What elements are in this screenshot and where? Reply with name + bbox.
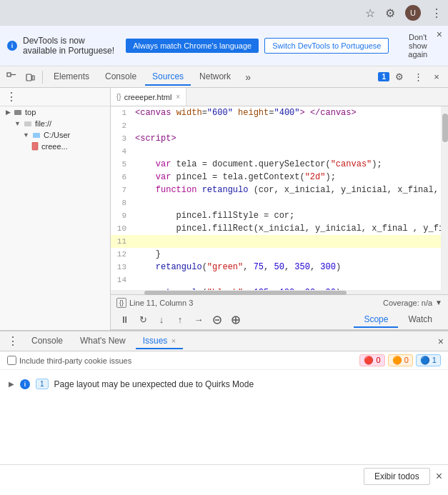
bottom-bar-close-icon[interactable]: × <box>436 470 442 483</box>
line-content: var tela = document.querySelector("canva… <box>132 158 382 171</box>
tree-label-file: file:// <box>35 119 51 128</box>
inspect-icon[interactable] <box>3 69 20 86</box>
devtools-close-icon[interactable]: × <box>428 69 445 86</box>
filter-checkbox-label[interactable]: Include third-party cookie issues <box>7 356 131 365</box>
filetree-more-icon[interactable]: ⋮ <box>3 89 20 106</box>
notification-text: DevTools is now available in Portuguese! <box>23 36 120 56</box>
devtools-menu-icon[interactable]: ⋮ <box>409 69 427 86</box>
breakpoint-button[interactable] <box>228 312 244 328</box>
code-scrollbar-thumb[interactable] <box>144 291 347 295</box>
svg-rect-3 <box>32 76 34 80</box>
debug-scope-watch-tabs: Scope Watch <box>354 312 442 328</box>
issue-row[interactable]: ▶ i 1 Page layout may be unexpected due … <box>0 374 448 394</box>
debug-watch-tab[interactable]: Watch <box>398 312 442 328</box>
code-line: 4 <box>111 145 441 158</box>
line-content: <canvas width="600" height="400"> </canv… <box>132 106 357 119</box>
notification-close-icon[interactable]: × <box>437 29 442 40</box>
step-out-button[interactable]: ↑ <box>172 312 188 328</box>
code-line: 12 } <box>111 248 441 261</box>
match-language-button[interactable]: Always match Chrome's language <box>126 39 259 53</box>
code-horizontal-scrollbar[interactable] <box>111 290 448 294</box>
console-tab-issues[interactable]: Issues × <box>136 334 183 349</box>
tree-item-top[interactable]: ▶ top <box>0 106 110 118</box>
code-line: 8 <box>111 196 441 209</box>
console-toolbar: ⋮ Console What's New Issues × × <box>0 331 448 351</box>
line-content: } <box>132 248 161 261</box>
coverage-dropdown[interactable]: ▼ <box>435 299 442 306</box>
folder-icon-top <box>14 108 22 116</box>
filter-checkbox[interactable] <box>7 356 16 365</box>
tab-network[interactable]: Network <box>192 69 238 86</box>
code-line: 1<canvas width="600" height="400"> </can… <box>111 106 441 119</box>
code-vertical-scrollbar[interactable] <box>441 106 448 290</box>
svg-rect-4 <box>14 110 21 115</box>
tab-console[interactable]: Console <box>98 69 144 86</box>
info-icon: i <box>7 41 17 51</box>
debug-toolbar: ⏸ ↻ ↓ ↑ → Scope Watch <box>111 310 448 330</box>
settings-icon[interactable]: ⚙ <box>391 69 408 86</box>
code-tab-html[interactable]: {} creeeper.html × <box>111 88 186 106</box>
tab-elements[interactable]: Elements <box>46 69 96 86</box>
line-content: pincel.fillRect(x_inicial, y_inicial, x_… <box>132 222 441 235</box>
line-content: pincel.fillStyle = cor; <box>132 209 294 222</box>
issue-badge: 1 <box>378 72 389 81</box>
bottom-bar: Exibir todos × <box>0 464 448 488</box>
debug-scope-tab[interactable]: Scope <box>354 312 398 328</box>
chrome-menu-icon[interactable]: ⋮ <box>431 6 442 20</box>
tree-item-cuser[interactable]: ▼ C:/User <box>0 129 110 141</box>
issues-content: ▶ i 1 Page layout may be unexpected due … <box>0 370 448 464</box>
step-into-button[interactable]: ↓ <box>154 312 169 328</box>
tab-sources[interactable]: Sources <box>145 69 191 86</box>
issues-badges: 🔴 0 🟠 0 🔵 1 <box>359 354 441 366</box>
tree-arrow-top: ▶ <box>6 109 11 116</box>
exibir-todos-button[interactable]: Exibir todos <box>364 468 430 485</box>
tree-item-file[interactable]: ▼ file:// <box>0 118 110 129</box>
console-tab-whatsnew[interactable]: What's New <box>73 334 133 349</box>
code-panel: {} creeeper.html × 1<canvas width="600" … <box>111 88 448 330</box>
code-line: 7 function retangulo (cor, x_inicial, y_… <box>111 184 441 196</box>
badge-orange: 🟠 0 <box>388 354 413 366</box>
extensions-icon[interactable]: ⚙ <box>385 6 395 20</box>
line-number: 6 <box>111 171 132 184</box>
line-number: 9 <box>111 209 132 222</box>
line-content <box>132 145 135 158</box>
step-over-button[interactable]: ↻ <box>135 312 151 328</box>
code-tabs: {} creeeper.html × <box>111 88 448 106</box>
line-content: retangulo("green", 75, 50, 350, 300) <box>132 261 341 274</box>
toolbar-separator <box>42 71 43 84</box>
devtools-toolbar: Elements Console Sources Network » 1 ⚙ ⋮… <box>0 66 448 88</box>
svg-rect-2 <box>26 74 31 81</box>
code-tab-close[interactable]: × <box>176 93 180 101</box>
line-number: 5 <box>111 158 132 171</box>
line-content <box>132 274 135 286</box>
avatar[interactable]: U <box>405 5 421 21</box>
console-close-icon[interactable]: × <box>438 336 444 347</box>
line-content <box>132 119 135 132</box>
code-editor[interactable]: 1<canvas width="600" height="400"> </can… <box>111 106 441 290</box>
pause-button[interactable]: ⏸ <box>116 312 132 328</box>
more-tabs-icon[interactable]: » <box>239 69 257 86</box>
console-tab-console[interactable]: Console <box>24 334 70 349</box>
folder-icon-file <box>24 119 32 128</box>
code-line: 3<script> <box>111 132 441 145</box>
dont-show-button[interactable]: Don't show again <box>394 30 441 61</box>
deactivate-button[interactable] <box>209 312 225 328</box>
star-icon[interactable]: ☆ <box>365 6 375 20</box>
line-content: var pincel = tela.getContext("2d"); <box>132 171 336 184</box>
svg-rect-6 <box>33 133 40 138</box>
line-content <box>132 196 135 209</box>
code-editor-wrapper: 1<canvas width="600" height="400"> </can… <box>111 106 448 290</box>
console-menu-icon[interactable]: ⋮ <box>4 333 21 350</box>
issue-count-badge: 1 <box>36 379 49 389</box>
code-vscroll-thumb[interactable] <box>442 114 448 142</box>
device-mode-icon[interactable] <box>21 69 39 86</box>
statusbar-left: {} Line 11, Column 3 <box>116 298 193 308</box>
coverage-status: Coverage: n/a ▼ <box>383 299 442 307</box>
chrome-topbar-icons: ☆ ⚙ U ⋮ <box>365 5 442 21</box>
format-icon[interactable]: {} <box>116 298 126 308</box>
switch-portuguese-button[interactable]: Switch DevTools to Portuguese <box>264 38 389 54</box>
tree-item-html[interactable]: creee... <box>0 141 110 152</box>
line-number: 8 <box>111 196 132 209</box>
issues-tab-close[interactable]: × <box>171 336 176 345</box>
step-button[interactable]: → <box>191 312 206 328</box>
